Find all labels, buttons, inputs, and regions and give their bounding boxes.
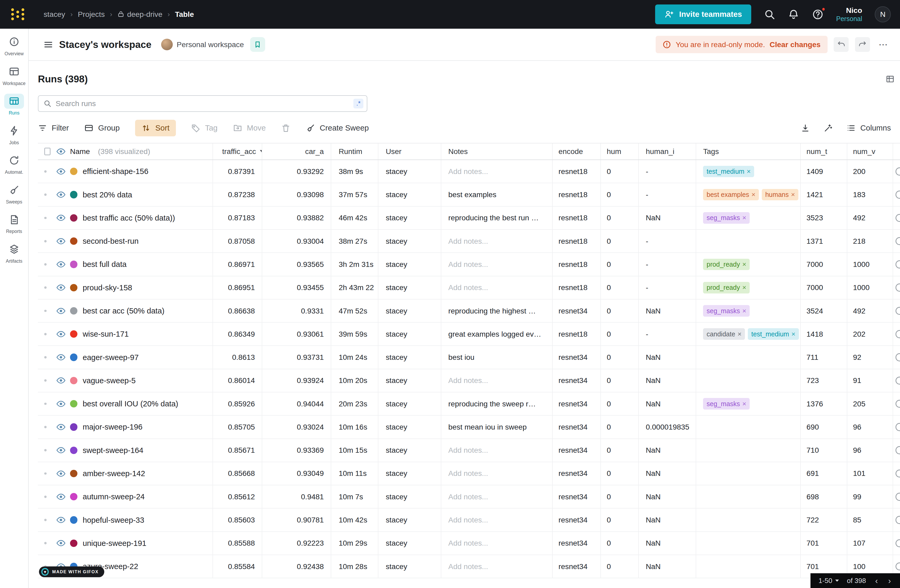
drag-handle[interactable] — [38, 300, 55, 322]
run-name-link[interactable]: eager-sweep-97 — [83, 353, 139, 362]
tag[interactable]: seg_masks× — [703, 398, 749, 410]
notes-cell[interactable]: best mean iou in sweep — [441, 416, 553, 438]
run-visibility-toggle[interactable] — [55, 276, 68, 299]
run-name-link[interactable]: best car acc (50% data) — [83, 306, 164, 315]
columns-button[interactable]: Columns — [847, 124, 891, 133]
drag-handle[interactable] — [38, 230, 55, 252]
table-row[interactable]: wise-sun-1710.863490.9306139m 59sstaceyg… — [38, 323, 900, 346]
drag-handle[interactable] — [38, 392, 55, 415]
run-name-link[interactable]: unique-sweep-191 — [83, 539, 146, 548]
search-box[interactable]: .* — [38, 95, 367, 112]
search-runs-input[interactable] — [56, 99, 349, 108]
group-button[interactable]: Group — [84, 124, 119, 133]
notes-cell[interactable]: Add notes... — [441, 369, 553, 392]
export-download-button[interactable] — [801, 124, 810, 133]
table-row[interactable]: efficient-shape-1560.873910.9329238m 9ss… — [38, 160, 900, 183]
tag-remove-icon[interactable]: × — [791, 330, 795, 338]
notes-cell[interactable]: Add notes... — [441, 485, 553, 508]
table-row[interactable]: best car acc (50% data)0.866380.933147m … — [38, 300, 900, 323]
notes-cell[interactable]: best iou — [441, 346, 553, 368]
notes-cell[interactable]: best examples — [441, 183, 553, 206]
table-row[interactable]: hopeful-sweep-330.856030.9078110m 42ssta… — [38, 509, 900, 532]
invite-teammates-button[interactable]: Invite teammates — [655, 5, 751, 24]
run-visibility-toggle[interactable] — [55, 183, 68, 206]
drag-handle[interactable] — [38, 416, 55, 438]
table-row[interactable]: proud-sky-1580.869510.934552h 43m 22stac… — [38, 276, 900, 300]
run-visibility-toggle[interactable] — [55, 230, 68, 252]
notes-cell[interactable]: Add notes... — [441, 509, 553, 531]
notes-cell[interactable]: reproducing the sweep r… — [441, 392, 553, 415]
run-name-link[interactable]: wise-sun-171 — [83, 330, 129, 339]
run-visibility-toggle[interactable] — [55, 253, 68, 275]
breadcrumb-project[interactable]: deep-drive — [118, 10, 163, 19]
prev-page-icon[interactable]: ‹ — [874, 576, 879, 585]
drag-handle[interactable] — [38, 439, 55, 462]
table-row[interactable]: eager-sweep-970.86130.9373110m 24sstacey… — [38, 346, 900, 369]
run-visibility-toggle[interactable] — [55, 416, 68, 438]
table-row[interactable]: azure-sweep-220.855840.9243810m 28sstace… — [38, 555, 900, 578]
run-visibility-toggle[interactable] — [55, 532, 68, 555]
column-header-tags[interactable]: Tags — [696, 144, 801, 159]
run-name-link[interactable]: proud-sky-158 — [83, 283, 132, 292]
sidebar-item-overview[interactable]: Overview — [0, 34, 28, 57]
breadcrumb-projects[interactable]: Projects — [78, 10, 104, 19]
table-row[interactable]: second-best-run0.870580.9300438m 27sstac… — [38, 230, 900, 253]
create-sweep-button[interactable]: Create Sweep — [306, 124, 369, 133]
table-row[interactable]: swept-sweep-1640.856710.9336910m 15sstac… — [38, 439, 900, 462]
column-header-runtime[interactable]: Runtim — [331, 144, 379, 159]
drag-handle[interactable] — [38, 462, 55, 485]
tag-remove-icon[interactable]: × — [742, 214, 746, 222]
drag-handle[interactable] — [38, 509, 55, 531]
user-block[interactable]: Nico Personal — [836, 6, 862, 23]
column-header-human-iou[interactable]: human_i — [639, 144, 696, 159]
column-header-user[interactable]: User — [379, 144, 442, 159]
run-visibility-toggle[interactable] — [55, 323, 68, 345]
filter-button[interactable]: Filter — [38, 124, 69, 133]
table-row[interactable]: best full data0.869710.935653h 2m 31ssta… — [38, 253, 900, 276]
run-name-link[interactable]: efficient-shape-156 — [83, 167, 149, 176]
table-row[interactable]: major-sweep-1960.857050.9302410m 16sstac… — [38, 416, 900, 439]
delete-button[interactable] — [281, 124, 290, 133]
sidebar-item-sweeps[interactable]: Sweeps — [0, 183, 28, 204]
drag-handle[interactable] — [38, 160, 55, 183]
run-name-link[interactable]: second-best-run — [83, 237, 139, 246]
toggle-all-visibility[interactable] — [55, 144, 68, 159]
tag[interactable]: seg_masks× — [703, 212, 749, 224]
tag[interactable]: prod_ready× — [703, 259, 749, 270]
redo-button[interactable] — [855, 37, 870, 52]
run-name-link[interactable]: best overall IOU (20% data) — [83, 399, 178, 408]
tag[interactable]: test_medium× — [748, 328, 799, 340]
tag-remove-icon[interactable]: × — [791, 190, 795, 199]
run-visibility-toggle[interactable] — [55, 439, 68, 462]
notes-cell[interactable]: Add notes... — [441, 462, 553, 485]
tag-button[interactable]: Tag — [191, 124, 217, 133]
magic-wand-button[interactable] — [824, 124, 833, 133]
tag-remove-icon[interactable]: × — [751, 190, 756, 199]
sidebar-item-automations[interactable]: Automat. — [0, 153, 28, 175]
next-page-icon[interactable]: › — [887, 576, 892, 585]
drag-handle[interactable] — [38, 253, 55, 275]
workspace-bookmark-button[interactable] — [250, 37, 265, 52]
column-header-notes[interactable]: Notes — [441, 144, 553, 159]
drag-handle[interactable] — [38, 183, 55, 206]
wandb-logo-icon[interactable] — [10, 8, 25, 21]
run-name-link[interactable]: amber-sweep-142 — [83, 469, 145, 478]
notes-cell[interactable]: reproducing the highest … — [441, 300, 553, 322]
run-visibility-toggle[interactable] — [55, 300, 68, 322]
run-name-link[interactable]: swept-sweep-164 — [83, 446, 143, 455]
undo-button[interactable] — [834, 37, 849, 52]
column-header-num-train[interactable]: num_t — [801, 144, 847, 159]
tag-remove-icon[interactable]: × — [742, 400, 746, 408]
drag-handle[interactable] — [38, 532, 55, 555]
notes-cell[interactable]: reproducing the best run … — [441, 207, 553, 229]
column-header-traffic-acc[interactable]: traffic_acc — [213, 144, 262, 159]
avatar[interactable]: N — [875, 6, 891, 22]
notes-cell[interactable]: Add notes... — [441, 160, 553, 183]
column-header-encoder[interactable]: encode — [553, 144, 601, 159]
table-row[interactable]: autumn-sweep-240.856120.948110m 7sstacey… — [38, 485, 900, 509]
tag-remove-icon[interactable]: × — [737, 330, 742, 338]
tag-remove-icon[interactable]: × — [742, 260, 746, 268]
notes-cell[interactable]: great examples logged ev… — [441, 323, 553, 345]
notifications-bell-icon[interactable] — [788, 9, 799, 20]
clear-changes-link[interactable]: Clear changes — [770, 40, 821, 49]
